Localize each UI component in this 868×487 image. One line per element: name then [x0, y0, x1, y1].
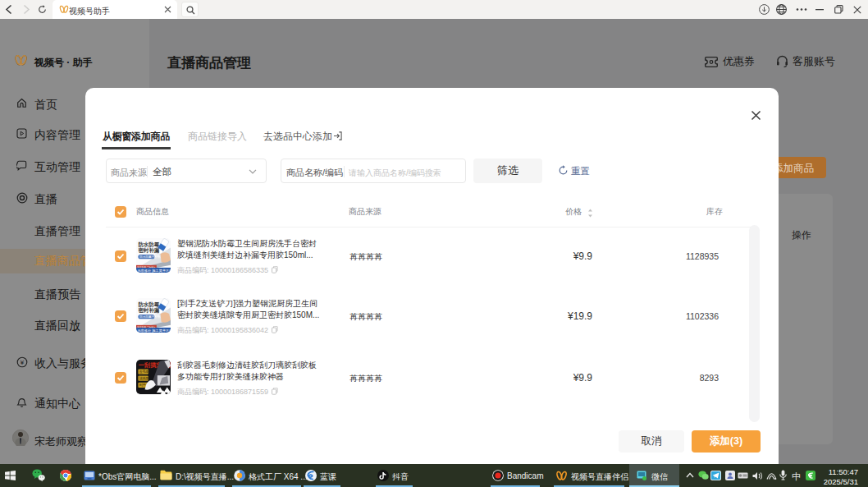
svg-text:密封补漏: 密封补漏	[138, 247, 159, 254]
svg-text:去毛刺: 去毛刺	[139, 370, 149, 374]
svg-text:防水防霉不发黑: 防水防霉不发黑	[139, 315, 161, 319]
svg-text:无痕修补 施工简单不要: 无痕修补 施工简单不要	[137, 328, 171, 333]
svg-text:无痕修补 施工简单不要: 无痕修补 施工简单不要	[137, 269, 171, 273]
svg-text:清残胶: 清残胶	[139, 376, 149, 380]
svg-text:防水防霉不发黑: 防水防霉不发黑	[139, 255, 161, 259]
svg-text:密封补漏: 密封补漏	[138, 307, 159, 314]
